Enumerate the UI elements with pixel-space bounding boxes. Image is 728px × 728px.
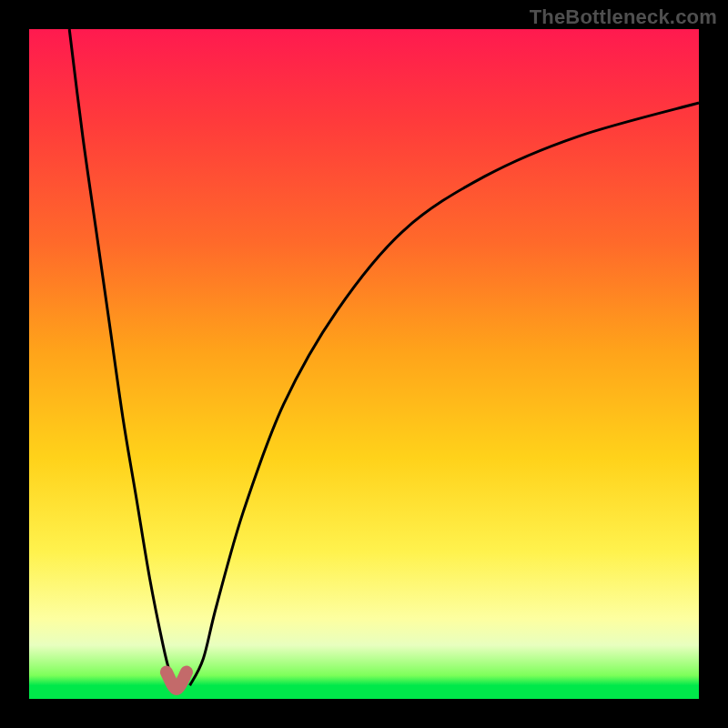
right-curve <box>190 103 699 685</box>
watermark-text: TheBottleneck.com <box>530 5 717 29</box>
tip-marker <box>167 672 187 689</box>
plot-area <box>29 29 699 699</box>
outer-frame: TheBottleneck.com <box>0 0 728 728</box>
left-curve <box>69 29 177 685</box>
curve-layer <box>29 29 699 699</box>
